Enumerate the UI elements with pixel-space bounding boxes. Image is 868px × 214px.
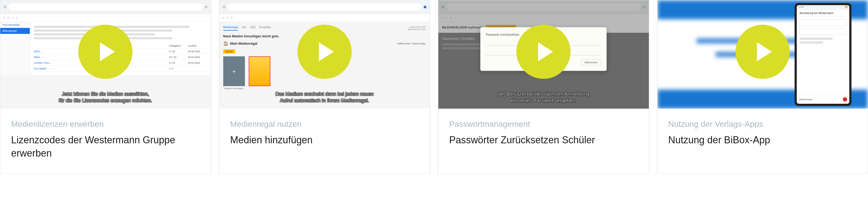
video-card-medienregal[interactable]: □□□ Medienregal Info FAQ Einstellen ange… — [219, 0, 430, 174]
card-category: Passwortmanagement — [449, 119, 638, 129]
card-title: Lizenzcodes der Westermann Gruppe erwerb… — [11, 133, 200, 160]
sidebar-item-active: Bildungslogin — [0, 28, 30, 34]
browser-chrome — [219, 0, 430, 14]
phone-statusbar: 14:35 📶 — [797, 5, 849, 10]
add-media-box: ＋ — [223, 56, 245, 86]
card-category: Medienregal nutzen — [230, 119, 419, 129]
video-card-bibox[interactable]: 14:35 📶 Anmeldung bei Westermann Westerm… — [657, 0, 868, 174]
play-button[interactable] — [516, 25, 570, 79]
card-body: Passwortmanagement Passwörter Zurücksetz… — [438, 109, 649, 173]
card-body: Nutzung der Verlags-Apps Nutzung der BiB… — [657, 109, 868, 173]
play-button[interactable] — [736, 25, 790, 79]
filter-button: Fächer — [223, 49, 235, 54]
play-icon — [319, 42, 334, 61]
card-category: Medienlizenzen erwerben — [11, 119, 200, 129]
card-category: Nutzung der Verlags-Apps — [668, 119, 857, 129]
video-caption: Das Medium erscheint dann bei jedem neue… — [230, 91, 419, 104]
card-thumbnail[interactable]: □□□□ Personenstellan Bildungslogin — [0, 0, 211, 109]
video-caption: der Benutzer bei der nächsten Anmeldung … — [449, 91, 638, 104]
bookmark-bar: □□□□ — [0, 14, 211, 22]
card-thumbnail[interactable]: 14:35 📶 Anmeldung bei Westermann Westerm… — [657, 0, 868, 109]
play-icon — [757, 42, 772, 61]
play-button[interactable] — [78, 25, 132, 79]
card-title: Medien hinzufügen — [230, 133, 419, 147]
card-body: Medienregal nutzen Medien hinzufügen — [219, 109, 430, 173]
browser-chrome — [0, 0, 211, 14]
phone-mockup: 14:35 📶 Anmeldung bei Westermann Westerm… — [795, 3, 851, 106]
phone-input — [800, 28, 846, 35]
url-bar — [8, 3, 203, 10]
phone-input — [800, 19, 846, 26]
card-thumbnail[interactable]: □□□ BILDUNGSLOGIN mySchool Passwörter (S… — [438, 0, 649, 109]
card-thumbnail[interactable]: □□□ Medienregal Info FAQ Einstellen ange… — [219, 0, 430, 109]
sidebar-item: Personenstellan — [0, 22, 30, 28]
powered-by: angemeldet über BILDUNGSLOGIN — [408, 26, 426, 31]
url-bar — [227, 3, 422, 10]
video-cards-row: □□□□ Personenstellan Bildungslogin — [0, 0, 868, 174]
thumbnail-sidebar: Personenstellan Bildungslogin — [0, 22, 30, 75]
home-icon: 🏠 — [223, 41, 229, 46]
play-icon — [538, 42, 553, 61]
shelf-title: Mein Medienregal — [230, 42, 258, 45]
add-media-label: Medium hinzufügen — [223, 87, 245, 90]
card-body: Medienlizenzen erwerben Lizenzcodes der … — [0, 109, 211, 173]
play-button[interactable] — [298, 25, 352, 79]
book-cover — [249, 56, 270, 86]
bookmark-bar: □□□ — [219, 14, 430, 22]
modal-cancel-button: Abbrechen — [581, 59, 601, 66]
thumbnail-tabs: Medienregal Info FAQ Einstellen — [223, 26, 271, 31]
welcome-text: Willkommen, Patrick Naho — [397, 42, 426, 45]
play-icon — [100, 42, 115, 61]
phone-footer: Westermann — [797, 95, 849, 104]
video-card-passwort[interactable]: □□□ BILDUNGSLOGIN mySchool Passwörter (S… — [438, 0, 649, 174]
phone-screen-title: Anmeldung bei Westermann — [797, 10, 849, 17]
westermann-logo-icon — [843, 97, 847, 101]
card-title: Passwörter Zurücksetzen Schüler — [449, 133, 638, 147]
video-card-lizenzcodes[interactable]: □□□□ Personenstellan Bildungslogin — [0, 0, 211, 174]
card-title: Nutzung der BiBox-App — [668, 133, 857, 147]
video-caption: Jetzt können Sie die Medien auswählen, f… — [11, 91, 200, 104]
